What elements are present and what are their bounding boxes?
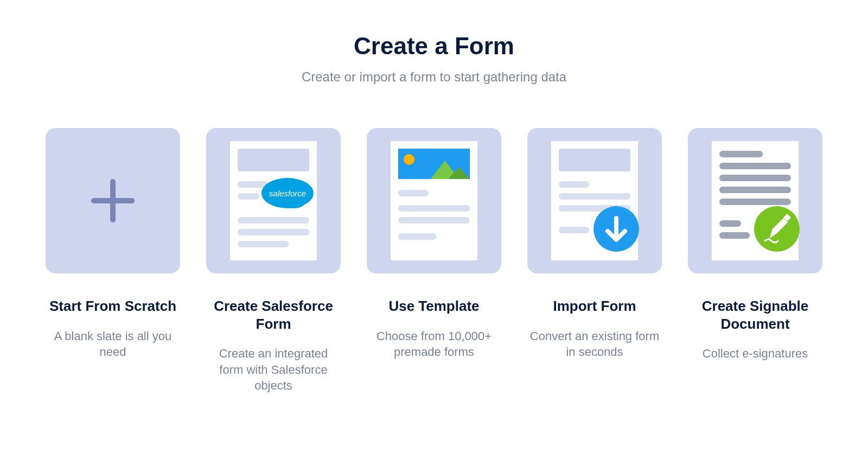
option-title: Import Form	[553, 297, 636, 315]
template-document-icon	[385, 141, 483, 260]
import-document-icon	[546, 141, 643, 260]
svg-point-16	[404, 154, 414, 165]
svg-rect-25	[559, 181, 589, 188]
svg-rect-34	[719, 175, 791, 181]
svg-text:salesforce: salesforce	[269, 189, 306, 198]
option-desc: Convert an existing form in seconds	[527, 328, 662, 360]
create-form-container: Create a Form Create or import a form to…	[0, 0, 868, 416]
svg-rect-35	[719, 187, 791, 193]
svg-rect-19	[398, 190, 429, 196]
svg-rect-3	[238, 149, 309, 171]
option-desc: Create an integrated form with Salesforc…	[206, 346, 341, 394]
option-title: Create Salesforce Form	[206, 297, 341, 333]
svg-rect-32	[719, 151, 763, 157]
svg-rect-4	[238, 181, 268, 188]
tile-start-from-scratch[interactable]	[46, 128, 180, 273]
signable-document-icon	[706, 141, 804, 260]
svg-rect-33	[719, 163, 791, 169]
svg-rect-21	[398, 217, 470, 224]
option-signable-document[interactable]: Create Signable Document Collect e-signa…	[688, 128, 822, 394]
svg-rect-24	[559, 149, 630, 171]
svg-rect-22	[398, 233, 436, 240]
option-desc: Choose from 10,000+ premade forms	[367, 328, 501, 360]
tile-salesforce-form[interactable]: salesforce	[206, 128, 341, 273]
plus-icon	[88, 176, 137, 225]
options-row: Start From Scratch A blank slate is all …	[22, 128, 846, 394]
svg-rect-6	[238, 217, 309, 224]
svg-rect-26	[559, 193, 630, 200]
option-use-template[interactable]: Use Template Choose from 10,000+ premade…	[367, 128, 501, 394]
svg-rect-8	[238, 241, 289, 247]
option-start-from-scratch[interactable]: Start From Scratch A blank slate is all …	[46, 128, 180, 394]
option-title: Start From Scratch	[49, 297, 176, 315]
svg-rect-38	[719, 232, 750, 239]
svg-rect-5	[238, 193, 259, 200]
option-desc: Collect e-signatures	[703, 346, 808, 362]
tile-signable-document[interactable]	[688, 128, 822, 273]
option-title: Use Template	[388, 297, 479, 315]
svg-rect-36	[719, 199, 791, 205]
svg-rect-37	[719, 220, 741, 227]
page-title: Create a Form	[22, 33, 846, 60]
tile-import-form[interactable]	[527, 128, 662, 273]
tile-use-template[interactable]	[367, 128, 501, 273]
svg-rect-28	[559, 227, 589, 233]
option-salesforce-form[interactable]: salesforce Create Salesforce Form Create…	[206, 128, 341, 394]
option-title: Create Signable Document	[688, 297, 822, 333]
option-desc: A blank slate is all you need	[46, 328, 180, 360]
salesforce-document-icon: salesforce	[225, 141, 322, 260]
option-import-form[interactable]: Import Form Convert an existing form in …	[527, 128, 662, 394]
svg-rect-20	[398, 205, 470, 212]
page-subtitle: Create or import a form to start gatheri…	[22, 69, 846, 85]
svg-rect-7	[238, 229, 309, 235]
